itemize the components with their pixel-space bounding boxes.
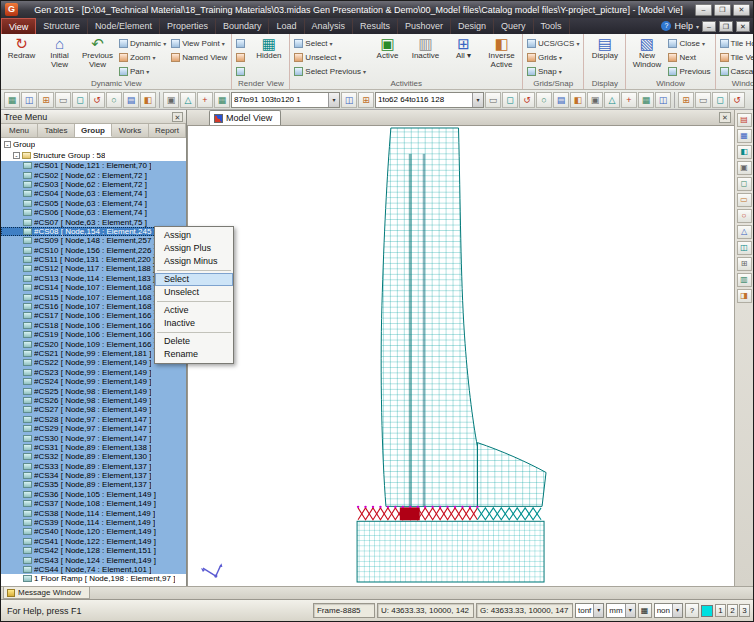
tool-icon[interactable]: △	[604, 92, 620, 108]
tree-tab-menu[interactable]: Menu	[1, 124, 38, 137]
ribbon-tab-results[interactable]: Results	[353, 18, 398, 34]
selection-range-input[interactable]	[232, 93, 328, 107]
menu-item-assign-minus[interactable]: Assign Minus	[155, 255, 233, 268]
dropdown-icon[interactable]: ▾	[330, 40, 333, 47]
tree-item[interactable]: #CS05 [ Node,63 : Element,74 ]	[1, 199, 186, 208]
ribbon-tab-query[interactable]: Query	[494, 18, 534, 34]
tile-horizontally-button[interactable]: Tile Horizontally	[718, 36, 753, 50]
tool-icon[interactable]: ▭	[695, 92, 711, 108]
tool-icon[interactable]: ⊞	[38, 92, 54, 108]
tool-icon[interactable]: ◫	[21, 92, 37, 108]
tile-vertically-button[interactable]: Tile Vertically	[718, 50, 753, 64]
dropdown-icon[interactable]: ▾	[338, 54, 341, 61]
grids-button[interactable]: Grids▾	[525, 50, 581, 64]
tool-icon[interactable]: ◻	[712, 92, 728, 108]
unselect-button[interactable]: Unselect▾	[292, 50, 368, 64]
tree-tab-tables[interactable]: Tables	[38, 124, 75, 137]
ribbon-tab-load[interactable]: Load	[269, 18, 304, 34]
hidden-button[interactable]: ▦Hidden	[250, 35, 287, 61]
tree-item[interactable]: #CS03 [ Node,62 : Element,72 ]	[1, 180, 186, 189]
menu-item-select[interactable]: Select	[155, 273, 233, 286]
tree-item[interactable]: #CS36 [ Node,105 : Element,149 ]	[1, 490, 186, 499]
tool-icon[interactable]: ◧	[570, 92, 586, 108]
side-tool-icon[interactable]: ▣	[737, 161, 752, 175]
menu-item-inactive[interactable]: Inactive	[155, 317, 233, 330]
model-view-tab[interactable]: Model View	[209, 110, 281, 125]
side-tool-icon[interactable]: ⊞	[737, 257, 752, 271]
side-tool-icon[interactable]: ▦	[737, 129, 752, 143]
dynamic-button[interactable]: Dynamic▾	[117, 36, 168, 50]
icon-button[interactable]	[234, 50, 249, 64]
mdi-close-button[interactable]: ✕	[736, 21, 750, 32]
zoom-button[interactable]: Zoom▾	[117, 50, 168, 64]
tree-root-group[interactable]: -Group	[1, 139, 186, 150]
tool-icon[interactable]: +	[621, 92, 637, 108]
selection-range-input[interactable]	[376, 93, 472, 107]
help-menu[interactable]: Help	[674, 21, 693, 31]
color-swatch[interactable]	[701, 605, 713, 617]
side-tool-icon[interactable]: ◫	[737, 241, 752, 255]
dropdown-icon[interactable]: ▾	[222, 40, 225, 47]
mdi-restore-button[interactable]: ❐	[719, 21, 733, 32]
menu-item-assign[interactable]: Assign	[155, 229, 233, 242]
model-canvas[interactable]	[187, 126, 734, 586]
menu-item-rename[interactable]: Rename	[155, 348, 233, 361]
tool-icon[interactable]: +	[197, 92, 213, 108]
page-button-1[interactable]: 1	[715, 604, 726, 617]
tool-icon[interactable]: ▣	[163, 92, 179, 108]
help-icon[interactable]: ?	[661, 21, 671, 31]
named-view-button[interactable]: Named View	[169, 50, 229, 64]
select-button[interactable]: Select▾	[292, 36, 368, 50]
maximize-button[interactable]: ❐	[714, 4, 731, 16]
tool-icon[interactable]: ▤	[123, 92, 139, 108]
active-button[interactable]: ▣Active	[369, 35, 406, 61]
tree-item[interactable]: #CS24 [ Node,99 : Element,149 ]	[1, 377, 186, 386]
query-button[interactable]: ?	[685, 603, 699, 618]
minimize-button[interactable]: –	[695, 4, 712, 16]
inverse-active-button[interactable]: ◧Inverse Active	[483, 35, 520, 69]
dropdown-icon[interactable]: ▾	[363, 68, 366, 75]
tree-item[interactable]: #CS01 [ Node,121 : Element,70 ]	[1, 161, 186, 170]
pan-button[interactable]: Pan▾	[117, 64, 168, 78]
tree-item[interactable]: #CS30 [ Node,97 : Element,147 ]	[1, 433, 186, 442]
view-tab-close-icon[interactable]: ✕	[719, 112, 731, 123]
dropdown-icon[interactable]: ▾	[576, 40, 579, 47]
tool-icon[interactable]: ◫	[655, 92, 671, 108]
ucs-gcs-button[interactable]: UCS/GCS▾	[525, 36, 581, 50]
next-button[interactable]: Next	[666, 50, 712, 64]
tree-item[interactable]: #CS02 [ Node,62 : Element,72 ]	[1, 170, 186, 179]
collapse-icon[interactable]: -	[4, 141, 11, 148]
tree-item[interactable]: #CS38 [ Node,114 : Element,149 ]	[1, 508, 186, 517]
tree-item[interactable]: #CS41 [ Node,122 : Element,149 ]	[1, 537, 186, 546]
tree-item[interactable]: #CS37 [ Node,108 : Element,149 ]	[1, 499, 186, 508]
menu-item-delete[interactable]: Delete	[155, 335, 233, 348]
all-button[interactable]: ⊞All ▾	[445, 35, 482, 61]
tool-icon[interactable]: ⊞	[678, 92, 694, 108]
tool-icon[interactable]: ◫	[341, 92, 357, 108]
tree-item[interactable]: #CS33 [ Node,89 : Element,137 ]	[1, 462, 186, 471]
side-tool-icon[interactable]: ◧	[737, 145, 752, 159]
page-button-3[interactable]: 3	[739, 604, 750, 617]
tree-structure-group[interactable]: -Structure Group : 58	[1, 150, 186, 161]
combo-dropdown-icon[interactable]: ▾	[328, 93, 339, 107]
mode-dropdown-icon[interactable]: ▾	[672, 604, 682, 617]
tree-item[interactable]: #CS25 [ Node,98 : Element,149 ]	[1, 386, 186, 395]
dropdown-icon[interactable]: ▾	[702, 40, 705, 47]
collapse-icon[interactable]: -	[13, 152, 20, 159]
icon-button[interactable]	[234, 64, 249, 78]
tool-icon[interactable]: ↺	[89, 92, 105, 108]
tree-item[interactable]: #CS34 [ Node,89 : Element,137 ]	[1, 471, 186, 480]
tool-icon[interactable]: ▭	[485, 92, 501, 108]
tool-icon[interactable]: ▤	[553, 92, 569, 108]
ribbon-tab-structure[interactable]: Structure	[36, 18, 88, 34]
snap-button[interactable]: Snap▾	[525, 64, 581, 78]
ribbon-tab-boundary[interactable]: Boundary	[216, 18, 270, 34]
ribbon-tab-design[interactable]: Design	[451, 18, 494, 34]
close-button[interactable]: Close▾	[666, 36, 712, 50]
side-tool-icon[interactable]: ▭	[737, 193, 752, 207]
tool-icon[interactable]: ◧	[140, 92, 156, 108]
tool-icon[interactable]: ▦	[214, 92, 230, 108]
tree-item[interactable]: #CS39 [ Node,114 : Element,149 ]	[1, 518, 186, 527]
tool-icon[interactable]: ⊞	[358, 92, 374, 108]
tree-item[interactable]: #CS26 [ Node,98 : Element,149 ]	[1, 396, 186, 405]
